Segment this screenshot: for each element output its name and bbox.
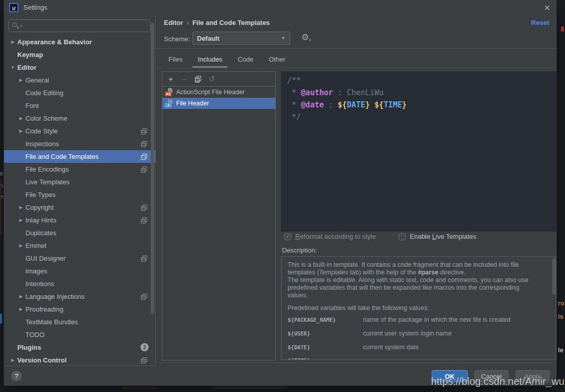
- code-line: /**: [287, 74, 556, 87]
- description-line: templates (Templates tab) with the help …: [288, 269, 545, 276]
- sidebar-item-duplicates[interactable]: Duplicates: [4, 227, 155, 239]
- sidebar-item-proofreading[interactable]: ▶Proofreading: [4, 303, 155, 316]
- sidebar-item-images[interactable]: Images: [4, 265, 155, 277]
- chevron-down-icon[interactable]: ▼: [9, 65, 16, 70]
- settings-search-box[interactable]: ▾: [8, 19, 151, 32]
- sidebar-item-font[interactable]: Font: [4, 99, 155, 112]
- description-line: values.: [288, 292, 545, 299]
- sidebar-item-file-types[interactable]: File Types: [4, 188, 155, 201]
- chevron-right-icon[interactable]: ▶: [9, 358, 16, 362]
- tab-includes[interactable]: Includes: [192, 51, 227, 68]
- window-title: Settings: [23, 4, 47, 11]
- variable-description: current user system login name: [363, 330, 451, 337]
- variable-description: current system date: [363, 344, 419, 351]
- revert-icon[interactable]: ↺: [208, 75, 216, 83]
- sidebar-item-inlay-hints[interactable]: ▶Inlay Hints: [4, 214, 155, 227]
- variable-name: ${PACKAGE_NAME}: [288, 317, 363, 323]
- button-bar-separator: [155, 362, 556, 363]
- sidebar-item-label: Color Scheme: [25, 115, 67, 122]
- remove-icon[interactable]: −: [180, 75, 188, 83]
- checkbox-unchecked-icon: [399, 233, 406, 240]
- sidebar-item-label: Language Injections: [25, 293, 84, 300]
- chevron-right-icon[interactable]: ▶: [17, 129, 24, 133]
- sidebar-item-emmet[interactable]: ▶Emmet: [4, 239, 155, 252]
- sidebar-item-version-control[interactable]: ▶Version Control: [4, 354, 155, 366]
- chevron-right-icon[interactable]: ▶: [17, 116, 24, 121]
- description-scrollbar-thumb[interactable]: [552, 258, 556, 295]
- chevron-right-icon: ›: [183, 19, 192, 26]
- background-smudge: [122, 386, 158, 389]
- sidebar-item-intentions[interactable]: Intentions: [4, 277, 155, 290]
- reset-link[interactable]: Reset: [531, 19, 549, 26]
- sidebar-item-code-editing[interactable]: Code Editing: [4, 87, 155, 99]
- sidebar-item-label: Emmet: [25, 242, 46, 249]
- search-input[interactable]: [22, 22, 150, 30]
- chevron-right-icon[interactable]: ▶: [17, 78, 24, 82]
- template-editor[interactable]: /** * @author : ChenLiWu * @date : ${DAT…: [281, 71, 556, 232]
- sidebar-item-label: General: [25, 76, 49, 84]
- intellij-logo-icon: IJ: [9, 3, 18, 12]
- sidebar-item-appearance-behavior[interactable]: ▶Appearance & Behavior: [4, 36, 155, 48]
- sidebar-item-label: GUI Designer: [25, 255, 66, 262]
- scheme-gear-icon[interactable]: ⚙▾: [301, 33, 311, 45]
- sidebar-item-label: Inlay Hints: [25, 216, 56, 224]
- background-color-fragment: [0, 179, 1, 235]
- template-item-label: ActionScript File Header: [176, 89, 245, 96]
- copy-icon[interactable]: [194, 75, 202, 83]
- background-text-fragment: ro: [558, 299, 564, 307]
- sidebar-item-file-encodings[interactable]: File Encodings: [4, 163, 155, 176]
- chevron-right-icon[interactable]: ▶: [17, 205, 24, 210]
- enable-live-templates-label: Enable Live Templates: [410, 233, 476, 240]
- chevron-right-icon[interactable]: ▶: [17, 218, 24, 222]
- reformat-checkbox[interactable]: ✓ Reformat according to style: [284, 233, 376, 240]
- per-project-copy-icon: [141, 128, 147, 134]
- sidebar-item-editor[interactable]: ▼Editor: [4, 61, 155, 74]
- chevron-right-icon[interactable]: ▶: [17, 307, 24, 312]
- sidebar-item-todo[interactable]: TODO: [4, 328, 155, 341]
- title-bar[interactable]: IJ Settings ×: [4, 0, 556, 15]
- sidebar-item-label: Duplicates: [25, 229, 56, 237]
- sidebar-item-general[interactable]: ▶General: [4, 74, 155, 87]
- help-button[interactable]: ?: [11, 371, 22, 381]
- template-list-panel: ＋ − ↺ ASActionScript File HeaderJFile He…: [162, 71, 276, 360]
- sidebar-item-copyright[interactable]: ▶Copyright: [4, 201, 155, 214]
- sidebar-item-keymap[interactable]: Keymap: [4, 48, 155, 61]
- sidebar-item-code-style[interactable]: ▶Code Style: [4, 125, 155, 137]
- sidebar-item-file-and-code-templates[interactable]: File and Code Templates: [4, 150, 155, 163]
- sidebar-item-label: Font: [25, 102, 39, 109]
- template-item-file-header[interactable]: JFile Header: [162, 98, 275, 109]
- template-item-actionscript-file-header[interactable]: ASActionScript File Header: [162, 87, 275, 98]
- tab-files[interactable]: Files: [163, 51, 187, 68]
- enable-live-templates-checkbox[interactable]: Enable Live Templates: [399, 233, 476, 240]
- close-icon[interactable]: ×: [544, 2, 550, 14]
- sidebar-item-gui-designer[interactable]: GUI Designer: [4, 252, 155, 265]
- breadcrumb: Editor›File and Code Templates: [164, 19, 270, 26]
- description-label: Description:: [282, 246, 317, 254]
- sidebar-item-inspections[interactable]: Inspections: [4, 137, 155, 150]
- chevron-right-icon[interactable]: ▶: [17, 294, 24, 299]
- sidebar-item-live-templates[interactable]: Live Templates: [4, 176, 155, 188]
- sidebar-item-label: Editor: [17, 64, 37, 71]
- chevron-right-icon[interactable]: ▶: [17, 243, 24, 248]
- code-line: * @date : ${DATE} ${TIME}: [287, 99, 556, 111]
- variables-table: ${PACKAGE_NAME}name of the package in wh…: [288, 316, 545, 360]
- sidebar-item-color-scheme[interactable]: ▶Color Scheme: [4, 112, 155, 125]
- sidebar-item-label: Images: [25, 267, 47, 275]
- sidebar-item-plugins[interactable]: Plugins2: [4, 341, 155, 354]
- plugins-count-badge: 2: [140, 343, 149, 351]
- sidebar-item-language-injections[interactable]: ▶Language Injections: [4, 290, 155, 303]
- tab-code[interactable]: Code: [233, 51, 259, 68]
- add-icon[interactable]: ＋: [166, 75, 175, 83]
- chevron-right-icon[interactable]: ▶: [9, 40, 16, 44]
- sidebar-scrollbar-thumb[interactable]: [151, 23, 154, 314]
- scheme-label: Scheme:: [164, 35, 190, 43]
- scheme-select[interactable]: Default ▼: [192, 32, 290, 45]
- template-options: ✓ Reformat according to style Enable Liv…: [281, 233, 556, 242]
- tab-other[interactable]: Other: [264, 51, 291, 68]
- breadcrumb-page: File and Code Templates: [192, 19, 270, 26]
- breadcrumb-editor[interactable]: Editor: [164, 19, 183, 26]
- sidebar-item-label: Inspections: [25, 140, 59, 148]
- file-template-icon: AS: [165, 88, 173, 96]
- sidebar-item-textmate-bundles[interactable]: TextMate Bundles: [4, 316, 155, 328]
- scheme-selected-value: Default: [197, 35, 281, 42]
